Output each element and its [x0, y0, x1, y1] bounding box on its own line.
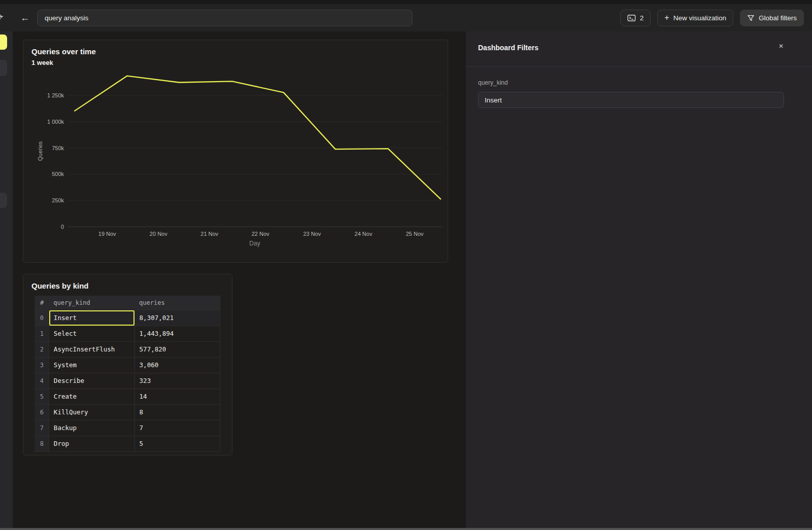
queries-by-kind-table: #query_kindqueries 0Insert8,307,0211Sele… — [35, 296, 220, 452]
query-kind-cell[interactable]: Create — [49, 388, 134, 404]
y-tick-label: 750k — [52, 145, 64, 151]
global-filters-button[interactable]: Global filters — [740, 10, 804, 26]
table-row: 8Drop5 — [35, 436, 220, 451]
x-tick-label: 22 Nov — [252, 231, 269, 237]
x-tick-label: 20 Nov — [150, 231, 167, 237]
back-button[interactable]: ← — [19, 13, 30, 22]
table-body: 0Insert8,307,0211Select1,443,8942AsyncIn… — [35, 310, 220, 451]
query-kind-filter-label: query_kind — [478, 79, 784, 86]
query-kind-cell[interactable]: AsyncInsertFlush — [49, 341, 134, 357]
row-index-cell: 7 — [35, 420, 49, 436]
topbar-actions: 2 + New visualization Global filters — [620, 10, 804, 26]
table-row: 1Select1,443,894 — [35, 326, 220, 341]
query-kind-filter-input[interactable] — [478, 92, 784, 108]
filter-funnel-icon — [747, 14, 755, 22]
sidebar-item[interactable] — [0, 60, 7, 76]
sidebar-item-active[interactable] — [0, 34, 7, 50]
table-header-row: #query_kindqueries — [35, 296, 220, 310]
query-kind-cell[interactable]: Insert — [49, 310, 134, 326]
filters-panel-body: query_kind — [466, 67, 812, 108]
left-rail — [0, 31, 13, 530]
viz-count-label: 2 — [640, 14, 644, 22]
table-title: Queries by kind — [31, 281, 89, 290]
query-kind-cell[interactable]: Describe — [49, 373, 134, 388]
x-tick-label: 21 Nov — [200, 231, 218, 237]
x-tick-label: 24 Nov — [355, 231, 373, 237]
table-row: 5Create14 — [35, 388, 220, 404]
y-tick-label: 250k — [52, 197, 64, 203]
queries-value-cell[interactable]: 5 — [134, 436, 220, 451]
new-visualization-button[interactable]: + New visualization — [657, 10, 733, 26]
query-kind-cell[interactable]: System — [49, 357, 134, 373]
global-filters-label: Global filters — [759, 14, 797, 22]
table-row: 7Backup7 — [35, 420, 220, 436]
y-axis-ticks: 0250k500k750k1 000k1 250k — [23, 76, 64, 227]
dashboard-filters-panel: Dashboard Filters ✕ query_kind — [466, 31, 812, 530]
line-plot-svg — [67, 76, 442, 227]
close-icon[interactable]: ✕ — [779, 43, 784, 50]
table-row: 4Describe323 — [35, 373, 220, 388]
queries-value-cell[interactable]: 8 — [134, 404, 220, 420]
app-window: ⟳ ← 2 + New visualization Global filter — [0, 0, 812, 530]
queries-value-cell[interactable]: 323 — [134, 373, 220, 388]
queries-value-cell[interactable]: 7 — [134, 420, 220, 436]
queries-value-cell[interactable]: 14 — [134, 388, 220, 404]
column-header-query_kind: query_kind — [49, 296, 134, 310]
x-tick-label: 23 Nov — [303, 231, 321, 237]
row-index-cell: 8 — [35, 436, 49, 451]
queries-value-cell[interactable]: 577,820 — [134, 341, 220, 357]
y-tick-label: 1 250k — [47, 92, 64, 98]
bottom-edge-bar — [0, 528, 812, 530]
queries-value-cell[interactable]: 8,307,021 — [134, 310, 220, 326]
dashboard-canvas: Queries over time 1 week Queries 0250k50… — [13, 31, 466, 530]
plus-icon: + — [664, 14, 669, 22]
table-row: 0Insert8,307,021 — [35, 310, 220, 326]
console-icon — [627, 14, 636, 22]
column-header-queries: queries — [134, 296, 220, 310]
row-index-cell: 0 — [35, 310, 49, 326]
query-kind-cell[interactable]: KillQuery — [49, 404, 134, 420]
y-tick-label: 500k — [52, 171, 64, 177]
x-axis-title: Day — [249, 240, 260, 247]
query-kind-cell[interactable]: Backup — [49, 420, 134, 436]
row-index-cell: 1 — [35, 326, 49, 341]
query-kind-cell[interactable]: Select — [49, 326, 134, 341]
column-header-index: # — [35, 296, 49, 310]
topbar: ⟳ ← 2 + New visualization Global filter — [0, 4, 812, 31]
dashboard-title-input[interactable] — [37, 10, 413, 26]
queries-series-line — [74, 76, 441, 199]
queries-by-kind-card: Queries by kind #query_kindqueries 0Inse… — [23, 274, 232, 455]
row-index-cell: 6 — [35, 404, 49, 420]
queries-value-cell[interactable]: 3,060 — [134, 357, 220, 373]
x-tick-label: 25 Nov — [406, 231, 424, 237]
query-kind-cell[interactable]: Drop — [49, 436, 134, 451]
filters-panel-header: Dashboard Filters ✕ — [466, 31, 812, 67]
sql-console-count-button[interactable]: 2 — [620, 10, 651, 26]
x-axis-ticks: 19 Nov20 Nov21 Nov22 Nov23 Nov24 Nov25 N… — [67, 231, 442, 238]
row-index-cell: 2 — [35, 341, 49, 357]
sidebar-item[interactable] — [0, 193, 7, 208]
queries-value-cell[interactable]: 1,443,894 — [134, 326, 220, 341]
chart-title: Queries over time — [31, 47, 96, 56]
row-index-cell: 5 — [35, 388, 49, 404]
y-tick-label: 1 000k — [47, 119, 64, 125]
refresh-icon[interactable]: ⟳ — [0, 12, 7, 22]
y-tick-label: 0 — [61, 224, 64, 230]
row-index-cell: 4 — [35, 373, 49, 388]
table-row: 6KillQuery8 — [35, 404, 220, 420]
new-visualization-label: New visualization — [673, 14, 726, 22]
table-row: 3System3,060 — [35, 357, 220, 373]
queries-over-time-card: Queries over time 1 week Queries 0250k50… — [23, 40, 448, 263]
x-tick-label: 19 Nov — [98, 231, 116, 237]
row-index-cell: 3 — [35, 357, 49, 373]
table-row: 2AsyncInsertFlush577,820 — [35, 341, 220, 357]
filters-panel-title: Dashboard Filters — [478, 44, 538, 52]
chart-subtitle: 1 week — [31, 59, 53, 66]
